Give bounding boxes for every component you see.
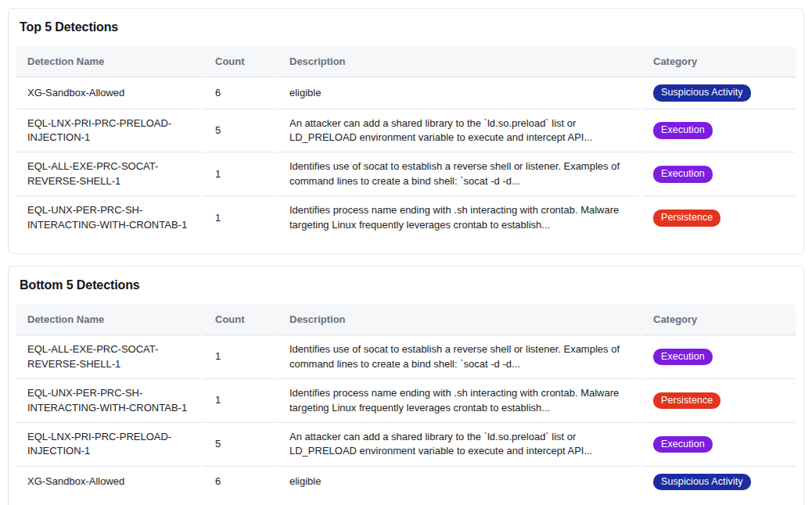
cell-detection-name: EQL-UNX-PER-PRC-SH-INTERACTING-WITH-CRON… [16,379,204,423]
top-5-detections-table: Detection NameCountDescriptionCategory X… [16,46,796,239]
cell-description: eligible [278,77,642,109]
cell-category: Suspicious Activity [642,77,796,109]
cell-description: Identifies use of socat to establish a r… [278,152,642,196]
cell-detection-name: EQL-UNX-PER-PRC-SH-INTERACTING-WITH-CRON… [16,196,204,239]
cell-description: An attacker can add a shared library to … [278,109,642,153]
category-badge: Persistence [653,210,720,227]
column-header-count: Count [204,46,278,77]
cell-description: Identifies process name ending with .sh … [278,379,642,423]
table-row: EQL-UNX-PER-PRC-SH-INTERACTING-WITH-CRON… [16,196,796,239]
cell-detection-name: XG-Sandbox-Allowed [16,77,204,109]
cell-count: 5 [204,109,278,153]
cell-description: An attacker can add a shared library to … [278,423,642,467]
table-header: Detection NameCountDescriptionCategory [16,46,796,77]
category-badge: Persistence [653,392,720,410]
cell-description: Identifies process name ending with .sh … [278,196,642,239]
cell-count: 6 [204,77,278,109]
category-badge: Execution [653,349,713,366]
cell-count: 1 [204,379,278,423]
table-row: EQL-LNX-PRI-PRC-PRELOAD-INJECTION-15An a… [16,109,796,153]
cell-count: 6 [204,467,278,498]
cell-category: Execution [642,335,796,379]
cell-description: eligible [278,467,642,498]
top-5-detections-title: Top 5 Detections [20,20,796,34]
cell-count: 1 [204,152,278,196]
bottom-5-detections-card: Bottom 5 Detections Detection NameCountD… [8,266,804,505]
column-header-category: Category [642,46,796,77]
column-header-category: Category [642,304,796,335]
table-row: XG-Sandbox-Allowed6eligibleSuspicious Ac… [16,77,796,109]
cell-category: Persistence [642,196,796,239]
cell-detection-name: EQL-LNX-PRI-PRC-PRELOAD-INJECTION-1 [16,109,204,153]
cell-count: 5 [204,423,278,467]
column-header-description: Description [278,46,642,77]
table-row: EQL-ALL-EXE-PRC-SOCAT-REVERSE-SHELL-11Id… [16,335,796,379]
column-header-count: Count [204,304,278,335]
category-badge: Execution [653,122,713,139]
category-badge: Suspicious Activity [653,84,751,102]
detections-dashboard: Top 5 Detections Detection NameCountDesc… [0,0,812,505]
category-badge: Execution [653,436,713,453]
cell-detection-name: EQL-LNX-PRI-PRC-PRELOAD-INJECTION-1 [16,423,204,467]
cell-detection-name: XG-Sandbox-Allowed [16,467,204,498]
table-body: XG-Sandbox-Allowed6eligibleSuspicious Ac… [16,77,796,239]
cell-category: Execution [642,152,796,196]
table-row: EQL-ALL-EXE-PRC-SOCAT-REVERSE-SHELL-11Id… [16,152,796,196]
bottom-5-detections-table: Detection NameCountDescriptionCategory E… [16,304,796,497]
table-body: EQL-ALL-EXE-PRC-SOCAT-REVERSE-SHELL-11Id… [16,335,796,497]
column-header-detection-name: Detection Name [16,46,204,77]
cell-count: 1 [204,196,278,239]
cell-category: Suspicious Activity [642,467,796,498]
column-header-description: Description [278,304,642,335]
category-badge: Suspicious Activity [653,474,751,491]
cell-count: 1 [204,335,278,379]
cell-category: Execution [642,109,796,153]
column-header-detection-name: Detection Name [16,304,204,335]
cell-detection-name: EQL-ALL-EXE-PRC-SOCAT-REVERSE-SHELL-1 [16,152,204,196]
table-row: EQL-UNX-PER-PRC-SH-INTERACTING-WITH-CRON… [16,379,796,423]
cell-category: Execution [642,423,796,467]
cell-category: Persistence [642,379,796,423]
bottom-5-detections-title: Bottom 5 Detections [20,278,796,292]
table-header: Detection NameCountDescriptionCategory [16,304,796,335]
top-5-detections-card: Top 5 Detections Detection NameCountDesc… [8,8,804,254]
category-badge: Execution [653,166,713,183]
table-row: XG-Sandbox-Allowed6eligibleSuspicious Ac… [16,467,796,498]
table-row: EQL-LNX-PRI-PRC-PRELOAD-INJECTION-15An a… [16,423,796,467]
cell-detection-name: EQL-ALL-EXE-PRC-SOCAT-REVERSE-SHELL-1 [16,335,204,379]
cell-description: Identifies use of socat to establish a r… [278,335,642,379]
